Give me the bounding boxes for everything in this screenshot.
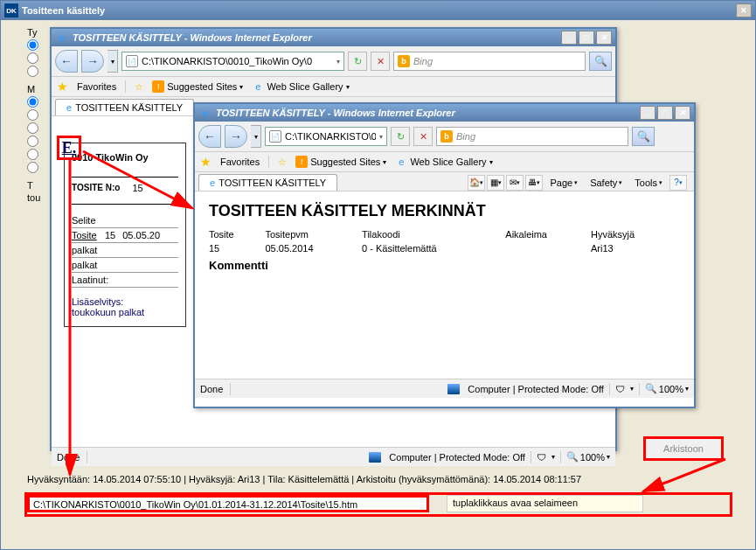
nav-dropdown[interactable]: ▾ <box>108 50 118 73</box>
mail-button[interactable]: ✉▾ <box>506 175 524 191</box>
favorites-label[interactable]: Favorites <box>220 157 260 167</box>
side-label-m: M <box>27 84 40 94</box>
radio-9[interactable] <box>27 162 38 173</box>
radio-4[interactable] <box>27 96 38 108</box>
search-button[interactable]: 🔍 <box>589 52 612 71</box>
stop-button[interactable]: ✕ <box>371 52 390 71</box>
feeds-button[interactable]: ▦▾ <box>487 175 504 191</box>
minimize-button[interactable]: _ <box>640 106 655 120</box>
address-text: C:\TIKONARKISTO\00 <box>285 131 376 142</box>
zoom-control[interactable]: 🔍 100% ▾ <box>566 451 610 463</box>
webslice-link[interactable]: e Web Slice Gallery ▾ <box>252 80 349 93</box>
home-button[interactable]: 🏠▾ <box>468 175 485 191</box>
ie-icon: e <box>210 178 215 188</box>
minimize-button[interactable]: _ <box>561 31 577 45</box>
radio-6[interactable] <box>27 122 38 134</box>
address-bar[interactable]: 📄 C:\TIKONARKISTO\0010_TikoWin Oy\0 ▾ <box>121 52 344 71</box>
stop-button[interactable]: ✕ <box>413 127 433 146</box>
side-label-ty: Ty <box>27 27 40 38</box>
doc-toukokuun: toukokuun palkat <box>72 307 178 317</box>
help-button[interactable]: ?▾ <box>669 175 687 191</box>
radio-1[interactable] <box>27 39 38 51</box>
forward-button[interactable]: → <box>225 125 247 148</box>
doc-company: 0010 TikoWin Oy <box>72 152 178 163</box>
suggested-icon: ! <box>152 80 164 93</box>
back-button[interactable]: ← <box>198 125 221 148</box>
merkinnat-title: TOSITTEEN KÄSITTELY MERKINNÄT <box>209 202 680 220</box>
ie1-title: TOSITTEEN KÄSITTELY - Windows Internet E… <box>73 32 312 43</box>
tab-tositteen[interactable]: e TOSITTEEN KÄSITTELY <box>198 174 337 191</box>
ie-icon: e <box>66 102 72 113</box>
ie-icon: e <box>198 106 212 120</box>
ie2-content: TOSITTEEN KÄSITTELY MERKINNÄT Tosite Tos… <box>195 191 694 379</box>
ie1-favbar: ★ Favorites ☆ ! Suggested Sites ▾ e Web … <box>52 77 615 97</box>
security-icon: 🛡 <box>615 384 625 394</box>
back-button[interactable]: ← <box>55 50 78 73</box>
radio-2[interactable] <box>27 52 38 64</box>
bing-icon: b <box>440 130 453 143</box>
favorites-star-icon[interactable]: ★ <box>57 80 68 94</box>
status-protected: Computer | Protected Mode: Off <box>389 452 525 463</box>
search-placeholder: Bing <box>413 56 433 66</box>
nav-dropdown[interactable]: ▾ <box>251 125 261 148</box>
kommentti-label: Kommentti <box>209 259 680 272</box>
ie1-navbar: ← → ▾ 📄 C:\TIKONARKISTO\0010_TikoWin Oy\… <box>52 46 615 77</box>
favorites-star-icon[interactable]: ★ <box>200 155 212 169</box>
computer-icon <box>369 452 381 463</box>
ie2-favbar: ★ Favorites ☆ ! Suggested Sites ▾ e Web … <box>195 152 694 172</box>
search-placeholder: Bing <box>456 131 475 142</box>
close-button[interactable]: ✕ <box>596 31 612 45</box>
app-titlebar: DK Tositteen käsittely ✕ <box>1 1 755 20</box>
chevron-down-icon[interactable]: ▾ <box>379 133 383 141</box>
radio-5[interactable] <box>27 109 38 121</box>
search-button[interactable]: 🔍 <box>632 127 655 146</box>
suggested-sites-link[interactable]: ! Suggested Sites ▾ <box>152 80 243 93</box>
zoom-control[interactable]: 🔍 100% ▾ <box>645 383 689 394</box>
security-icon: 🛡 <box>537 452 546 463</box>
print-button[interactable]: 🖶▾ <box>525 175 543 191</box>
zoom-icon: 🔍 <box>566 451 579 463</box>
doc-lisaselvitys: Lisäselvitys: <box>72 296 178 307</box>
maximize-button[interactable]: □ <box>657 106 673 120</box>
address-bar[interactable]: 📄 C:\TIKONARKISTO\00 ▾ <box>265 127 387 146</box>
doc-tosite-no: 15 <box>132 183 142 193</box>
radio-3[interactable] <box>27 66 38 77</box>
close-button[interactable]: ✕ <box>675 106 690 120</box>
webslice-icon: e <box>252 80 264 93</box>
safety-menu[interactable]: Safety▾ <box>585 176 628 190</box>
row-palkat-1: palkat <box>72 245 97 255</box>
radio-7[interactable] <box>27 136 38 147</box>
suggested-sites-link[interactable]: ! Suggested Sites ▾ <box>295 156 386 168</box>
favorites-label[interactable]: Favorites <box>77 81 116 92</box>
side-label-t: T <box>27 180 40 191</box>
status-done: Done <box>57 452 80 463</box>
row-laatinut: Laatinut: <box>72 275 108 285</box>
page-icon: 📄 <box>269 130 281 143</box>
radio-8[interactable] <box>27 149 38 160</box>
side-label-tou: tou <box>27 192 40 203</box>
col-tosite: Tosite <box>72 230 98 240</box>
zoom-icon: 🔍 <box>645 383 657 394</box>
search-box[interactable]: b Bing <box>393 52 586 71</box>
col-tosite: Tosite <box>209 227 265 241</box>
chevron-down-icon[interactable]: ▾ <box>336 58 340 66</box>
tab-tositteen[interactable]: e TOSITTEEN KÄSITTELY <box>55 99 194 115</box>
forward-button[interactable]: → <box>81 50 104 73</box>
col-tositepvm: Tositepvm <box>265 227 362 241</box>
refresh-button[interactable]: ↻ <box>391 127 410 146</box>
file-path-field[interactable]: C:\TIKONARKISTO\0010_TikoWin Oy\01.01.20… <box>27 495 429 512</box>
arkistoon-button[interactable]: Arkistoon <box>643 436 724 461</box>
close-button[interactable]: ✕ <box>736 3 752 17</box>
address-text: C:\TIKONARKISTO\0010_TikoWin Oy\0 <box>142 56 333 66</box>
add-favorite-icon[interactable]: ☆ <box>278 157 287 168</box>
refresh-button[interactable]: ↻ <box>348 52 367 71</box>
page-menu[interactable]: Page▾ <box>544 176 583 190</box>
search-box[interactable]: b Bing <box>436 127 628 146</box>
ie2-title: TOSITTEEN KÄSITTELY - Windows Internet E… <box>216 108 455 118</box>
bing-icon: b <box>398 55 410 67</box>
app-title: Tositteen käsittely <box>22 5 105 16</box>
tools-menu[interactable]: Tools▾ <box>629 176 668 190</box>
webslice-link[interactable]: e Web Slice Gallery ▾ <box>395 156 492 168</box>
maximize-button[interactable]: □ <box>579 31 594 45</box>
add-favorite-icon[interactable]: ☆ <box>135 81 143 93</box>
